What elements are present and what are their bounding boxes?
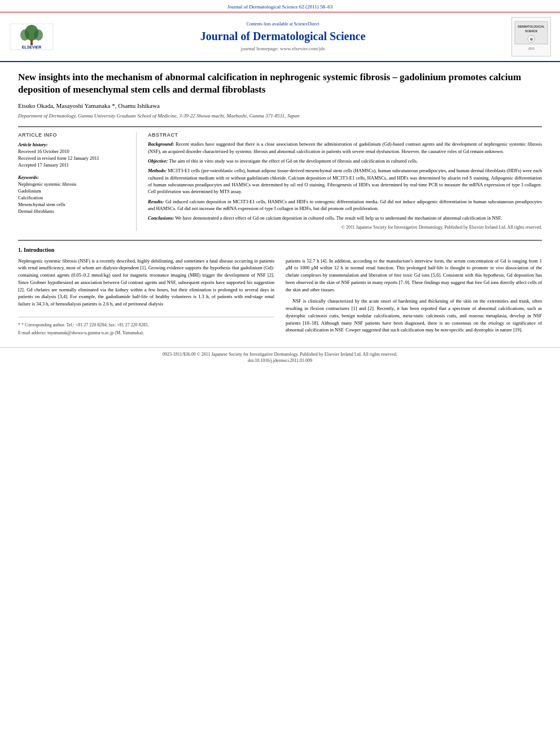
section-number: 1. (18, 247, 23, 253)
results-text: Gd induced calcium deposition in MC3T3-E… (148, 199, 542, 211)
footnote-email-value: myamanak@showa-u.gunma-u.ac.jp (M. Yaman… (47, 330, 144, 335)
dermatological-logo-box: DERMATOLOGICAL SCIENCE ⊕ JDS (511, 17, 551, 56)
journal-reference-bar: Journal of Dermatological Science 62 (20… (0, 0, 560, 12)
dermatological-logo-svg: DERMATOLOGICAL SCIENCE ⊕ JDS (514, 21, 548, 52)
body-col-right: patients is 52.7 h [4]. In addition, acc… (286, 257, 542, 339)
abstract-copyright: © 2011 Japanese Society for Investigativ… (148, 224, 542, 230)
authors-line: Etsuko Okada, Masayoshi Yamanaka *, Osam… (18, 102, 542, 110)
svg-text:JDS: JDS (528, 47, 534, 50)
objective-heading: Objective: (148, 158, 168, 164)
journal-title: Journal of Dermatological Science (60, 28, 506, 44)
received-date: Received 16 October 2010 (18, 148, 129, 155)
methods-heading: Methods: (148, 168, 167, 173)
article-history: Article history: Received 16 October 201… (18, 141, 129, 169)
footnote-corresponding: * * Corresponding author. Tel.: +81 27 2… (18, 322, 274, 329)
keyword-5: Dermal fibroblasts (18, 208, 129, 215)
sciencedirect-text[interactable]: Contents lists available at ScienceDirec… (60, 21, 506, 27)
article-info-column: ARTICLE INFO Article history: Received 1… (18, 132, 137, 231)
svg-text:DERMATOLOGICAL: DERMATOLOGICAL (518, 25, 544, 28)
article-title: New insights into the mechanism of abnor… (18, 71, 542, 96)
elsevier-logo-svg: ELSEVIER (9, 23, 54, 51)
abstract-label: ABSTRACT (148, 132, 542, 139)
bottom-issn: 0923-1811/$36.00 © 2011 Japanese Society… (18, 351, 542, 357)
results-heading: Results: (148, 199, 164, 204)
svg-text:ELSEVIER: ELSEVIER (22, 45, 42, 49)
background-text: Recent studies have suggested that there… (148, 141, 542, 154)
keywords-section: Keywords: Nephrogenic systemic fibrosis … (18, 173, 129, 215)
footnote-corresponding-text: * Corresponding author. Tel.: +81 27 220… (21, 322, 148, 327)
footnote-email: E-mail address: myamanak@showa-u.gunma-u… (18, 330, 274, 337)
background-heading: Background: (148, 141, 174, 147)
keyword-4: Mesenchymal stem cells (18, 202, 129, 208)
footnote-email-label: E-mail address: (18, 330, 46, 335)
abstract-results: Results: Gd induced calcium deposition i… (148, 198, 542, 212)
svg-point-2 (20, 29, 29, 41)
journal-title-block: Contents lists available at ScienceDirec… (60, 21, 506, 53)
abstract-conclusions: Conclusions: We have demonstrated a dire… (148, 215, 542, 221)
objective-text: The aim of this in vitro study was to in… (169, 158, 418, 164)
bottom-bar: 0923-1811/$36.00 © 2011 Japanese Society… (0, 347, 560, 367)
keywords-label: Keywords: (18, 174, 39, 180)
conclusions-heading: Conclusions: (148, 215, 174, 221)
article-info-label: ARTICLE INFO (18, 132, 129, 139)
keyword-2: Gadolinium (18, 188, 129, 195)
section-title: Introduction (24, 247, 54, 253)
svg-text:SCIENCE: SCIENCE (525, 29, 538, 33)
introduction-heading: 1. Introduction (18, 246, 542, 254)
accepted-date: Accepted 17 January 2011 (18, 162, 129, 169)
affiliation-text: Department of Dermatology, Gunma Univers… (18, 112, 542, 120)
abstract-column: ABSTRACT Background: Recent studies have… (148, 132, 542, 231)
bottom-doi: doi:10.1016/j.jdermsci.2011.01.009 (18, 357, 542, 364)
keyword-3: Calcification (18, 195, 129, 202)
article-info-abstract-section: ARTICLE INFO Article history: Received 1… (18, 126, 542, 231)
svg-rect-4 (30, 40, 33, 45)
journal-header: ELSEVIER Contents lists available at Sci… (0, 12, 560, 62)
abstract-methods: Methods: MC3T3-E1 cells (pre-osteoblasti… (148, 167, 542, 195)
conclusions-text: We have demonstrated a direct effect of … (175, 215, 501, 221)
footnote-area: * * Corresponding author. Tel.: +81 27 2… (18, 317, 274, 337)
journal-ref-text: Journal of Dermatological Science 62 (20… (228, 4, 333, 10)
methods-text: MC3T3-E1 cells (pre-osteoblastic cells),… (148, 168, 542, 194)
intro-para-right-2: NSF is clinically characterized by the a… (286, 298, 542, 334)
section-divider (18, 240, 542, 241)
article-content: New insights into the mechanism of abnor… (0, 62, 560, 348)
svg-text:⊕: ⊕ (530, 37, 533, 42)
page: Journal of Dermatological Science 62 (20… (0, 0, 560, 747)
abstract-objective: Objective: The aim of this in vitro stud… (148, 158, 542, 164)
svg-point-3 (34, 29, 43, 41)
intro-para-right-1: patients is 52.7 h [4]. In addition, acc… (286, 257, 542, 294)
history-label: Article history: (18, 142, 48, 147)
body-two-col: Nephrogenic systemic fibrosis (NSF) is a… (18, 257, 542, 339)
authors-text: Etsuko Okada, Masayoshi Yamanaka *, Osam… (18, 102, 160, 109)
journal-homepage[interactable]: journal homepage: www.elsevier.com/jds (60, 45, 506, 53)
elsevier-logo: ELSEVIER (9, 23, 54, 51)
intro-para-1: Nephrogenic systemic fibrosis (NSF) is a… (18, 257, 274, 308)
keyword-1: Nephrogenic systemic fibrosis (18, 181, 129, 188)
revised-date: Received in revised form 12 January 2011 (18, 155, 129, 162)
body-col-left: Nephrogenic systemic fibrosis (NSF) is a… (18, 257, 274, 339)
abstract-background: Background: Recent studies have suggeste… (148, 141, 542, 155)
